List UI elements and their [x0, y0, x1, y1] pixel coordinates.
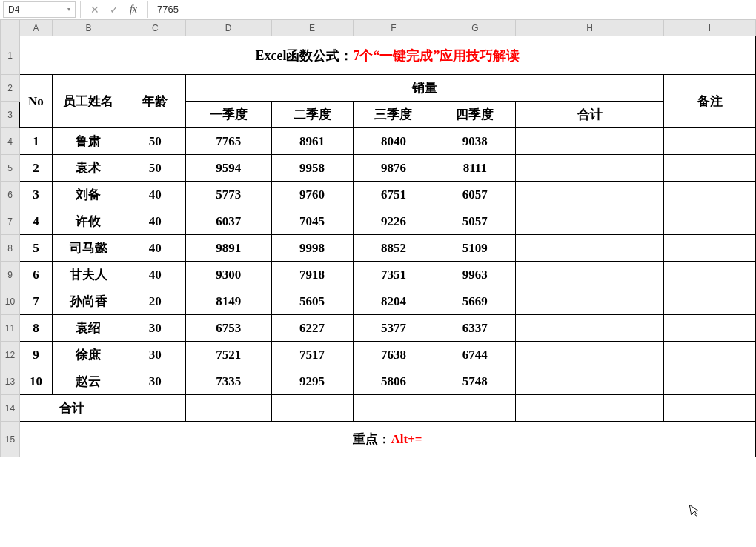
col-header-I[interactable]: I: [664, 20, 756, 36]
cell-age[interactable]: 30: [125, 342, 185, 368]
cell-age[interactable]: 40: [125, 262, 185, 288]
cell-q1[interactable]: 7521: [185, 342, 271, 368]
row-header-3[interactable]: 3: [1, 102, 20, 128]
cell-total[interactable]: [516, 182, 664, 208]
cell-name[interactable]: 许攸: [52, 208, 125, 235]
title-cell[interactable]: Excel函数公式：7个“一键完成”应用技巧解读: [19, 36, 755, 75]
cell-q3[interactable]: 9226: [353, 208, 434, 235]
cell-q4[interactable]: 6057: [434, 182, 516, 208]
cell-q4[interactable]: 9038: [434, 128, 516, 155]
row-header-15[interactable]: 15: [1, 422, 20, 457]
keypoint-cell[interactable]: 重点：Alt+=: [19, 422, 755, 457]
cell-q1[interactable]: 7765: [185, 128, 271, 155]
row-header-5[interactable]: 5: [1, 155, 20, 182]
footer-q3[interactable]: [353, 395, 434, 422]
cell-q2[interactable]: 9958: [271, 155, 353, 182]
cell-age[interactable]: 30: [125, 368, 185, 395]
cell-q2[interactable]: 9295: [271, 368, 353, 395]
col-header-E[interactable]: E: [271, 20, 353, 36]
row-header-11[interactable]: 11: [1, 315, 20, 342]
col-header-C[interactable]: C: [125, 20, 185, 36]
row-header-9[interactable]: 9: [1, 262, 20, 288]
cell-q1[interactable]: 8149: [185, 288, 271, 315]
name-box[interactable]: D4 ▾: [3, 1, 76, 18]
cell-remark[interactable]: [664, 128, 756, 155]
header-age[interactable]: 年龄: [125, 75, 185, 128]
cell-q3[interactable]: 7638: [353, 342, 434, 368]
cell-q4[interactable]: 6744: [434, 342, 516, 368]
cell-q3[interactable]: 6751: [353, 182, 434, 208]
cell-total[interactable]: [516, 315, 664, 342]
cell-total[interactable]: [516, 288, 664, 315]
cell-q4[interactable]: 5109: [434, 235, 516, 262]
cell-remark[interactable]: [664, 182, 756, 208]
cell-name[interactable]: 鲁肃: [52, 128, 125, 155]
cell-q4[interactable]: 6337: [434, 315, 516, 342]
footer-remark[interactable]: [664, 395, 756, 422]
header-q2[interactable]: 二季度: [271, 102, 353, 128]
cell-remark[interactable]: [664, 208, 756, 235]
cell-remark[interactable]: [664, 155, 756, 182]
cell-q1[interactable]: 9891: [185, 235, 271, 262]
cell-no[interactable]: 6: [19, 262, 52, 288]
header-name[interactable]: 员工姓名: [52, 75, 125, 128]
cell-q3[interactable]: 8204: [353, 288, 434, 315]
col-header-G[interactable]: G: [434, 20, 516, 36]
cell-q4[interactable]: 5057: [434, 208, 516, 235]
select-all-corner[interactable]: [1, 20, 20, 36]
header-q4[interactable]: 四季度: [434, 102, 516, 128]
cell-total[interactable]: [516, 208, 664, 235]
row-header-10[interactable]: 10: [1, 288, 20, 315]
row-header-4[interactable]: 4: [1, 128, 20, 155]
footer-q4[interactable]: [434, 395, 516, 422]
row-header-1[interactable]: 1: [1, 36, 20, 75]
cell-total[interactable]: [516, 155, 664, 182]
confirm-icon[interactable]: ✓: [107, 4, 121, 16]
name-box-dropdown-icon[interactable]: ▾: [67, 6, 70, 13]
cell-age[interactable]: 20: [125, 288, 185, 315]
cell-q1[interactable]: 9594: [185, 155, 271, 182]
cell-age[interactable]: 40: [125, 182, 185, 208]
row-header-6[interactable]: 6: [1, 182, 20, 208]
footer-total-label[interactable]: 合计: [19, 395, 125, 422]
cell-q2[interactable]: 6227: [271, 315, 353, 342]
cell-total[interactable]: [516, 235, 664, 262]
cell-q2[interactable]: 5605: [271, 288, 353, 315]
cancel-icon[interactable]: ✕: [88, 4, 102, 16]
row-header-14[interactable]: 14: [1, 395, 20, 422]
cell-remark[interactable]: [664, 262, 756, 288]
formula-input[interactable]: [153, 1, 756, 18]
cell-total[interactable]: [516, 368, 664, 395]
cell-remark[interactable]: [664, 235, 756, 262]
footer-q2[interactable]: [271, 395, 353, 422]
cell-no[interactable]: 7: [19, 288, 52, 315]
cell-no[interactable]: 5: [19, 235, 52, 262]
cell-q1[interactable]: 9300: [185, 262, 271, 288]
cell-remark[interactable]: [664, 342, 756, 368]
cell-name[interactable]: 甘夫人: [52, 262, 125, 288]
cell-no[interactable]: 3: [19, 182, 52, 208]
cell-name[interactable]: 赵云: [52, 368, 125, 395]
cell-remark[interactable]: [664, 315, 756, 342]
row-header-7[interactable]: 7: [1, 208, 20, 235]
row-header-12[interactable]: 12: [1, 342, 20, 368]
header-remark[interactable]: 备注: [664, 75, 756, 128]
cell-q1[interactable]: 6753: [185, 315, 271, 342]
col-header-D[interactable]: D: [185, 20, 271, 36]
cell-name[interactable]: 司马懿: [52, 235, 125, 262]
cell-q4[interactable]: 5669: [434, 288, 516, 315]
cell-q3[interactable]: 5806: [353, 368, 434, 395]
cell-q2[interactable]: 8961: [271, 128, 353, 155]
cell-name[interactable]: 孙尚香: [52, 288, 125, 315]
fx-icon[interactable]: fx: [127, 4, 140, 16]
cell-q2[interactable]: 9998: [271, 235, 353, 262]
cell-no[interactable]: 9: [19, 342, 52, 368]
footer-q1[interactable]: [185, 395, 271, 422]
cell-q3[interactable]: 8852: [353, 235, 434, 262]
cell-q2[interactable]: 7517: [271, 342, 353, 368]
cell-no[interactable]: 1: [19, 128, 52, 155]
cell-no[interactable]: 4: [19, 208, 52, 235]
cell-age[interactable]: 40: [125, 235, 185, 262]
row-header-8[interactable]: 8: [1, 235, 20, 262]
cell-age[interactable]: 30: [125, 315, 185, 342]
